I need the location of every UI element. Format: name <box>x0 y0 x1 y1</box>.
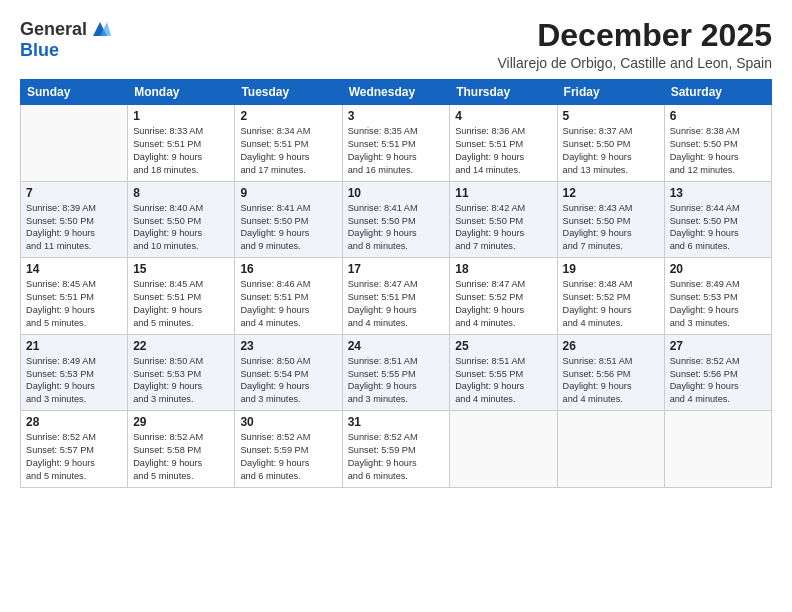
logo-icon <box>89 18 111 40</box>
logo-blue: Blue <box>20 40 59 60</box>
day-number: 6 <box>670 109 766 123</box>
day-number: 26 <box>563 339 659 353</box>
calendar-day-cell: 1Sunrise: 8:33 AMSunset: 5:51 PMDaylight… <box>128 105 235 182</box>
day-info: Sunrise: 8:43 AMSunset: 5:50 PMDaylight:… <box>563 202 659 254</box>
day-info: Sunrise: 8:49 AMSunset: 5:53 PMDaylight:… <box>26 355 122 407</box>
calendar-day-cell: 9Sunrise: 8:41 AMSunset: 5:50 PMDaylight… <box>235 181 342 258</box>
calendar-day-cell: 15Sunrise: 8:45 AMSunset: 5:51 PMDayligh… <box>128 258 235 335</box>
month-title: December 2025 <box>498 18 772 53</box>
day-number: 25 <box>455 339 551 353</box>
day-number: 20 <box>670 262 766 276</box>
day-number: 16 <box>240 262 336 276</box>
day-info: Sunrise: 8:44 AMSunset: 5:50 PMDaylight:… <box>670 202 766 254</box>
calendar-day-cell <box>21 105 128 182</box>
day-number: 3 <box>348 109 445 123</box>
location-subtitle: Villarejo de Orbigo, Castille and Leon, … <box>498 55 772 71</box>
day-number: 21 <box>26 339 122 353</box>
day-number: 17 <box>348 262 445 276</box>
calendar-day-cell: 20Sunrise: 8:49 AMSunset: 5:53 PMDayligh… <box>664 258 771 335</box>
header-thursday: Thursday <box>450 80 557 105</box>
day-number: 13 <box>670 186 766 200</box>
day-number: 31 <box>348 415 445 429</box>
calendar-day-cell <box>664 411 771 488</box>
header: General Blue December 2025 Villarejo de … <box>20 18 772 71</box>
day-info: Sunrise: 8:47 AMSunset: 5:52 PMDaylight:… <box>455 278 551 330</box>
day-info: Sunrise: 8:40 AMSunset: 5:50 PMDaylight:… <box>133 202 229 254</box>
day-number: 4 <box>455 109 551 123</box>
day-info: Sunrise: 8:37 AMSunset: 5:50 PMDaylight:… <box>563 125 659 177</box>
header-friday: Friday <box>557 80 664 105</box>
day-info: Sunrise: 8:47 AMSunset: 5:51 PMDaylight:… <box>348 278 445 330</box>
calendar-day-cell: 8Sunrise: 8:40 AMSunset: 5:50 PMDaylight… <box>128 181 235 258</box>
day-number: 11 <box>455 186 551 200</box>
day-number: 29 <box>133 415 229 429</box>
page-container: General Blue December 2025 Villarejo de … <box>0 0 792 498</box>
day-number: 19 <box>563 262 659 276</box>
day-info: Sunrise: 8:51 AMSunset: 5:55 PMDaylight:… <box>348 355 445 407</box>
calendar-day-cell: 5Sunrise: 8:37 AMSunset: 5:50 PMDaylight… <box>557 105 664 182</box>
calendar-day-cell: 28Sunrise: 8:52 AMSunset: 5:57 PMDayligh… <box>21 411 128 488</box>
weekday-header-row: Sunday Monday Tuesday Wednesday Thursday… <box>21 80 772 105</box>
header-tuesday: Tuesday <box>235 80 342 105</box>
calendar-day-cell: 25Sunrise: 8:51 AMSunset: 5:55 PMDayligh… <box>450 334 557 411</box>
day-info: Sunrise: 8:39 AMSunset: 5:50 PMDaylight:… <box>26 202 122 254</box>
day-info: Sunrise: 8:52 AMSunset: 5:59 PMDaylight:… <box>240 431 336 483</box>
calendar-day-cell: 18Sunrise: 8:47 AMSunset: 5:52 PMDayligh… <box>450 258 557 335</box>
calendar-day-cell: 6Sunrise: 8:38 AMSunset: 5:50 PMDaylight… <box>664 105 771 182</box>
calendar-day-cell: 11Sunrise: 8:42 AMSunset: 5:50 PMDayligh… <box>450 181 557 258</box>
day-info: Sunrise: 8:52 AMSunset: 5:57 PMDaylight:… <box>26 431 122 483</box>
calendar-day-cell: 23Sunrise: 8:50 AMSunset: 5:54 PMDayligh… <box>235 334 342 411</box>
calendar-day-cell: 31Sunrise: 8:52 AMSunset: 5:59 PMDayligh… <box>342 411 450 488</box>
day-info: Sunrise: 8:52 AMSunset: 5:58 PMDaylight:… <box>133 431 229 483</box>
calendar-week-row: 7Sunrise: 8:39 AMSunset: 5:50 PMDaylight… <box>21 181 772 258</box>
calendar-day-cell: 19Sunrise: 8:48 AMSunset: 5:52 PMDayligh… <box>557 258 664 335</box>
calendar-day-cell: 4Sunrise: 8:36 AMSunset: 5:51 PMDaylight… <box>450 105 557 182</box>
day-number: 27 <box>670 339 766 353</box>
calendar-day-cell: 30Sunrise: 8:52 AMSunset: 5:59 PMDayligh… <box>235 411 342 488</box>
calendar-day-cell: 2Sunrise: 8:34 AMSunset: 5:51 PMDaylight… <box>235 105 342 182</box>
calendar-day-cell: 13Sunrise: 8:44 AMSunset: 5:50 PMDayligh… <box>664 181 771 258</box>
day-number: 7 <box>26 186 122 200</box>
day-info: Sunrise: 8:34 AMSunset: 5:51 PMDaylight:… <box>240 125 336 177</box>
day-number: 5 <box>563 109 659 123</box>
header-wednesday: Wednesday <box>342 80 450 105</box>
calendar-week-row: 1Sunrise: 8:33 AMSunset: 5:51 PMDaylight… <box>21 105 772 182</box>
day-number: 24 <box>348 339 445 353</box>
day-info: Sunrise: 8:50 AMSunset: 5:53 PMDaylight:… <box>133 355 229 407</box>
calendar-day-cell: 24Sunrise: 8:51 AMSunset: 5:55 PMDayligh… <box>342 334 450 411</box>
day-number: 18 <box>455 262 551 276</box>
day-number: 23 <box>240 339 336 353</box>
day-number: 12 <box>563 186 659 200</box>
calendar-day-cell <box>557 411 664 488</box>
title-section: December 2025 Villarejo de Orbigo, Casti… <box>498 18 772 71</box>
calendar-week-row: 28Sunrise: 8:52 AMSunset: 5:57 PMDayligh… <box>21 411 772 488</box>
calendar-week-row: 21Sunrise: 8:49 AMSunset: 5:53 PMDayligh… <box>21 334 772 411</box>
day-info: Sunrise: 8:36 AMSunset: 5:51 PMDaylight:… <box>455 125 551 177</box>
calendar-table: Sunday Monday Tuesday Wednesday Thursday… <box>20 79 772 488</box>
day-info: Sunrise: 8:49 AMSunset: 5:53 PMDaylight:… <box>670 278 766 330</box>
day-number: 22 <box>133 339 229 353</box>
day-info: Sunrise: 8:45 AMSunset: 5:51 PMDaylight:… <box>26 278 122 330</box>
day-number: 14 <box>26 262 122 276</box>
day-info: Sunrise: 8:51 AMSunset: 5:56 PMDaylight:… <box>563 355 659 407</box>
calendar-day-cell: 10Sunrise: 8:41 AMSunset: 5:50 PMDayligh… <box>342 181 450 258</box>
calendar-day-cell: 27Sunrise: 8:52 AMSunset: 5:56 PMDayligh… <box>664 334 771 411</box>
calendar-day-cell: 21Sunrise: 8:49 AMSunset: 5:53 PMDayligh… <box>21 334 128 411</box>
day-number: 28 <box>26 415 122 429</box>
day-info: Sunrise: 8:50 AMSunset: 5:54 PMDaylight:… <box>240 355 336 407</box>
day-number: 15 <box>133 262 229 276</box>
day-info: Sunrise: 8:52 AMSunset: 5:59 PMDaylight:… <box>348 431 445 483</box>
day-info: Sunrise: 8:41 AMSunset: 5:50 PMDaylight:… <box>240 202 336 254</box>
day-info: Sunrise: 8:35 AMSunset: 5:51 PMDaylight:… <box>348 125 445 177</box>
header-saturday: Saturday <box>664 80 771 105</box>
day-info: Sunrise: 8:42 AMSunset: 5:50 PMDaylight:… <box>455 202 551 254</box>
day-info: Sunrise: 8:51 AMSunset: 5:55 PMDaylight:… <box>455 355 551 407</box>
day-info: Sunrise: 8:46 AMSunset: 5:51 PMDaylight:… <box>240 278 336 330</box>
day-number: 30 <box>240 415 336 429</box>
calendar-day-cell: 16Sunrise: 8:46 AMSunset: 5:51 PMDayligh… <box>235 258 342 335</box>
day-number: 1 <box>133 109 229 123</box>
day-number: 2 <box>240 109 336 123</box>
day-number: 8 <box>133 186 229 200</box>
day-info: Sunrise: 8:41 AMSunset: 5:50 PMDaylight:… <box>348 202 445 254</box>
day-info: Sunrise: 8:38 AMSunset: 5:50 PMDaylight:… <box>670 125 766 177</box>
